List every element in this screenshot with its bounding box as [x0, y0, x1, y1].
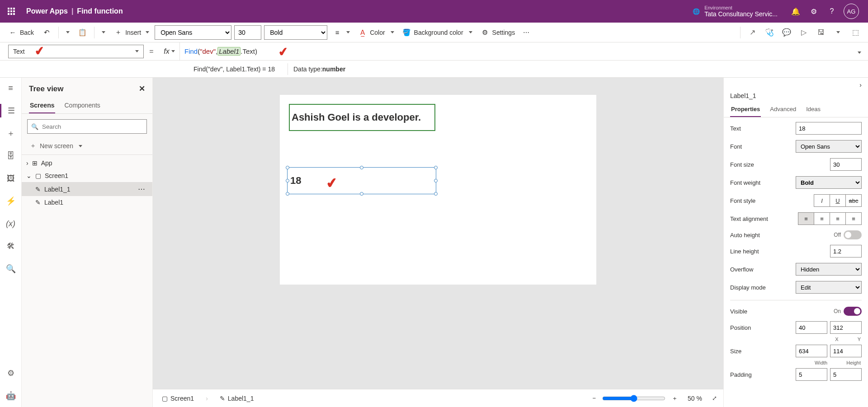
resize-handle[interactable] [434, 166, 438, 169]
hamburger-icon[interactable]: ≡ [0, 81, 22, 95]
color-button[interactable]: A̲Color [355, 27, 396, 38]
advanced-tools-icon[interactable]: 🛠 [0, 239, 22, 253]
formula-expand-icon[interactable] [851, 48, 868, 55]
control-label1[interactable]: Ashish Goel is a developer. [289, 104, 435, 131]
formula-arg1: "dev" [200, 47, 216, 55]
prop-lineheight-input[interactable] [830, 245, 862, 257]
resize-handle[interactable] [434, 192, 438, 196]
powerautomate-icon[interactable]: ⚡ [0, 194, 22, 208]
prop-fontsize-input[interactable] [830, 158, 862, 171]
align-center-button[interactable]: ≡ [814, 212, 830, 225]
tree-search[interactable]: 🔍 [27, 119, 147, 134]
environment-picker[interactable]: 🌐 Environment Tata Consultancy Servic... [693, 5, 778, 18]
media-icon[interactable]: 🖼 [0, 172, 22, 185]
undo-button[interactable]: ↶ [39, 27, 54, 38]
strike-button[interactable]: abc [845, 194, 862, 207]
settings-button[interactable]: ⚙Settings [478, 27, 518, 38]
prop-pos-y[interactable] [830, 321, 862, 334]
label-icon: ✎ [35, 186, 41, 193]
share-icon[interactable]: ↗ [745, 25, 760, 40]
breadcrumb-screen[interactable]: ▢Screen1 [159, 395, 197, 402]
prop-text-input[interactable] [796, 122, 862, 135]
fontsize-input[interactable] [234, 25, 261, 40]
insert-button[interactable]: ＋Insert [111, 26, 152, 38]
settings-label: Settings [492, 29, 515, 36]
tab-properties[interactable]: Properties [730, 102, 761, 117]
tree-node-label1[interactable]: ✎ Label1 [22, 196, 152, 209]
align-justify-button[interactable]: ≡ [845, 212, 862, 225]
resize-handle[interactable] [286, 166, 289, 169]
tree-node-app[interactable]: › ⊞ App [22, 157, 152, 169]
tab-ideas[interactable]: Ideas [805, 102, 821, 117]
close-icon[interactable]: ✕ [139, 84, 145, 94]
undo-split[interactable] [63, 29, 72, 35]
publish-icon[interactable]: ⬚ [848, 25, 863, 40]
back-button[interactable]: ←Back [5, 27, 37, 38]
fontweight-select[interactable]: Bold [264, 25, 327, 40]
fit-screen-icon[interactable]: ⤢ [712, 395, 717, 402]
more-button[interactable]: ⋯ [520, 27, 532, 38]
property-select[interactable]: Text ✔ [8, 45, 144, 58]
control-label1-1[interactable]: 18 ✔ [287, 167, 436, 194]
resize-handle[interactable] [360, 192, 363, 196]
resize-handle[interactable] [360, 166, 363, 169]
tree-node-label1-1[interactable]: ✎ Label1_1 ⋯ [22, 182, 152, 196]
prop-pad-a[interactable] [796, 368, 827, 381]
prop-pad-b[interactable] [830, 368, 862, 381]
panel-chevron-icon[interactable]: › [859, 81, 862, 89]
tree-node-screen1[interactable]: ⌄ ▢ Screen1 [22, 169, 152, 182]
formula-input[interactable]: Find("dev", Label1.Text) ✔ [180, 47, 851, 56]
more-icon[interactable]: ⋯ [138, 185, 145, 193]
notifications-icon[interactable]: 🔔 [787, 2, 805, 20]
prop-size-w[interactable] [796, 345, 827, 357]
canvas[interactable]: Ashish Goel is a developer. 18 ✔ [280, 95, 596, 285]
save-icon[interactable]: 🖫 [814, 25, 828, 40]
prop-font-select[interactable]: Open Sans [796, 140, 862, 153]
resize-handle[interactable] [286, 179, 289, 182]
breadcrumb-control[interactable]: ✎Label1_1 [217, 395, 257, 402]
canvas-area[interactable]: Ashish Goel is a developer. 18 ✔ ▢Screen… [153, 78, 723, 407]
search-tool-icon[interactable]: 🔍 [0, 262, 22, 276]
align-left-button[interactable]: ≡ [798, 212, 814, 225]
tab-components[interactable]: Components [63, 98, 101, 113]
autoheight-toggle[interactable] [844, 230, 862, 239]
virtual-agent-icon[interactable]: 🤖 [0, 389, 22, 402]
paste-split[interactable] [99, 29, 108, 35]
waffle-icon[interactable] [5, 8, 18, 15]
new-screen-button[interactable]: ＋ New screen [22, 139, 152, 153]
zoom-in-button[interactable]: ＋ [672, 394, 678, 402]
font-select[interactable]: Open Sans [155, 25, 231, 40]
search-input[interactable] [42, 123, 143, 130]
paste-button[interactable]: 📋 [75, 27, 90, 38]
comments-icon[interactable]: 💬 [779, 25, 794, 40]
border-button[interactable]: ≡ [330, 27, 353, 38]
settings-icon[interactable]: ⚙ [805, 2, 823, 20]
visible-toggle[interactable] [844, 307, 862, 316]
settings-rail-icon[interactable]: ⚙ [0, 366, 22, 380]
avatar[interactable]: AG [844, 4, 859, 19]
prop-fontweight-select[interactable]: Bold [796, 176, 862, 189]
publish-split[interactable] [831, 25, 845, 40]
fx-button[interactable]: fx [159, 42, 180, 60]
play-icon[interactable]: ▷ [797, 25, 811, 40]
prop-overflow-select[interactable]: Hidden [796, 263, 862, 276]
help-icon[interactable]: ? [823, 2, 841, 20]
prop-pos-x[interactable] [796, 321, 827, 334]
italic-button[interactable]: I [814, 194, 830, 207]
checker-icon[interactable]: 🩺 [762, 25, 777, 40]
zoom-out-button[interactable]: − [592, 395, 596, 402]
align-right-button[interactable]: ≡ [830, 212, 846, 225]
resize-handle[interactable] [434, 179, 438, 182]
tab-screens[interactable]: Screens [29, 98, 55, 113]
resize-handle[interactable] [286, 192, 289, 196]
prop-size-h[interactable] [830, 345, 862, 357]
data-icon[interactable]: 🗄 [0, 149, 22, 163]
prop-displaymode-select[interactable]: Edit [796, 281, 862, 294]
variables-icon[interactable]: (x) [0, 217, 22, 230]
tree-view-icon[interactable]: ☰ [0, 104, 22, 117]
bgcolor-button[interactable]: 🪣Background color [400, 27, 475, 38]
insert-tool-icon[interactable]: ＋ [0, 126, 22, 140]
underline-button[interactable]: U [830, 194, 846, 207]
tab-advanced[interactable]: Advanced [769, 102, 797, 117]
zoom-slider[interactable] [602, 395, 665, 402]
